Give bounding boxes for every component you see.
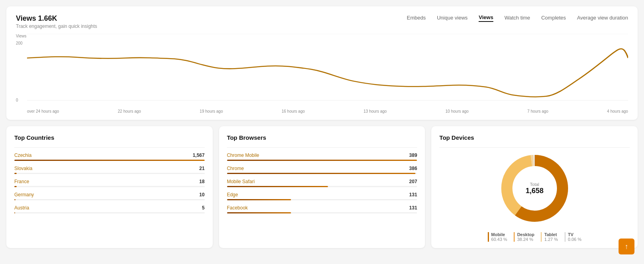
- bar-row: Austria 5: [14, 205, 205, 211]
- donut-wrapper: Total 1,658 Mobile 60.43 % Desktop 38.24…: [439, 153, 630, 242]
- list-item: Austria 5: [14, 205, 205, 213]
- bar-label[interactable]: Edge: [227, 192, 238, 198]
- bar-fill: [227, 160, 417, 161]
- countries-list: Czechia 1,567 Slovakia 21 France 18: [14, 153, 205, 213]
- card-subtitle: Track engagement, gain quick insights: [16, 23, 97, 29]
- bar-track: [227, 212, 417, 213]
- bar-value: 389: [409, 153, 417, 158]
- views-chart: Views 200 0 over 24 hours ago22 hours ag…: [16, 34, 628, 113]
- card-title: Views 1.66K: [16, 14, 97, 23]
- legend-item-desktop: Desktop 38.24 %: [514, 232, 534, 242]
- legend-pct: 0.06 %: [568, 237, 582, 242]
- bar-fill: [14, 199, 16, 200]
- bar-row: France 18: [14, 179, 205, 184]
- top-browsers-title: Top Browsers: [227, 134, 417, 141]
- legend-pct: 1.27 %: [544, 237, 558, 242]
- bar-track: [227, 173, 417, 174]
- bar-label[interactable]: Austria: [14, 205, 29, 211]
- browsers-list: Chrome Mobile 389 Chrome 386 Mobile Safa…: [227, 153, 417, 213]
- bar-value: 21: [199, 166, 204, 171]
- x-label: 22 hours ago: [118, 109, 141, 113]
- donut-chart: Total 1,658: [499, 153, 570, 224]
- bottom-section: Top Countries Czechia 1,567 Slovakia 21 …: [6, 126, 638, 248]
- list-item: Chrome 386: [227, 166, 417, 174]
- nav-tab-unique-views[interactable]: Unique views: [437, 15, 467, 22]
- nav-tab-views[interactable]: Views: [479, 14, 493, 22]
- card-title-section: Views 1.66K Track engagement, gain quick…: [16, 14, 97, 29]
- legend-pct: 60.43 %: [491, 237, 507, 242]
- bar-row: Slovakia 21: [14, 166, 205, 171]
- bar-row: Facebook 131: [227, 205, 417, 211]
- x-axis-labels: over 24 hours ago22 hours ago19 hours ag…: [27, 109, 628, 113]
- bar-fill: [14, 212, 15, 213]
- bar-value: 5: [202, 205, 205, 211]
- card-header: Views 1.66K Track engagement, gain quick…: [16, 14, 628, 29]
- nav-tabs: EmbedsUnique viewsViewsWatch timeComplet…: [407, 14, 628, 22]
- bar-label[interactable]: Mobile Safari: [227, 179, 255, 184]
- bar-track: [14, 199, 205, 200]
- bar-track: [227, 160, 417, 161]
- x-label: 16 hours ago: [281, 109, 305, 113]
- bar-label[interactable]: Germany: [14, 192, 34, 198]
- legend-item-mobile: Mobile 60.43 %: [488, 232, 507, 242]
- bar-track: [14, 173, 205, 174]
- bar-row: Germany 10: [14, 192, 205, 198]
- bar-row: Mobile Safari 207: [227, 179, 417, 184]
- divider: [439, 147, 630, 148]
- chart-svg-wrapper: [27, 34, 628, 102]
- bar-row: Chrome 386: [227, 166, 417, 171]
- legend-name: Mobile: [491, 232, 505, 237]
- bar-value: 10: [199, 192, 204, 198]
- legend-name: Desktop: [517, 232, 534, 237]
- x-label: 19 hours ago: [200, 109, 223, 113]
- bar-fill: [14, 160, 205, 161]
- bar-value: 18: [199, 179, 204, 184]
- x-label: 10 hours ago: [446, 109, 469, 113]
- bar-value: 131: [409, 192, 417, 198]
- bar-label[interactable]: France: [14, 179, 29, 184]
- list-item: Slovakia 21: [14, 166, 205, 174]
- bar-value: 207: [409, 179, 417, 184]
- bar-fill: [227, 173, 416, 174]
- nav-tab-watch-time[interactable]: Watch time: [504, 15, 530, 22]
- y-axis-min: 0: [16, 98, 18, 102]
- bar-track: [14, 212, 205, 213]
- bar-label[interactable]: Czechia: [14, 153, 31, 158]
- bar-fill: [14, 173, 17, 174]
- divider: [14, 147, 205, 148]
- y-axis-max: 200: [16, 41, 23, 45]
- bar-fill: [227, 186, 328, 187]
- bar-row: Czechia 1,567: [14, 153, 205, 158]
- bar-label[interactable]: Slovakia: [14, 166, 32, 171]
- x-label: over 24 hours ago: [27, 109, 59, 113]
- donut-center-value: 1,658: [526, 187, 543, 195]
- views-card: Views 1.66K Track engagement, gain quick…: [6, 6, 638, 120]
- bar-label[interactable]: Facebook: [227, 205, 248, 211]
- y-axis-label: Views: [16, 34, 27, 38]
- top-devices-title: Top Devices: [439, 134, 630, 141]
- bar-label[interactable]: Chrome: [227, 166, 244, 171]
- scroll-top-button[interactable]: ↑: [619, 239, 634, 254]
- bar-track: [14, 186, 205, 187]
- list-item: Mobile Safari 207: [227, 179, 417, 187]
- donut-legend: Mobile 60.43 % Desktop 38.24 % Tablet 1.…: [488, 232, 582, 242]
- x-label: 13 hours ago: [363, 109, 386, 113]
- donut-center-label: Total: [526, 182, 543, 187]
- bar-label[interactable]: Chrome Mobile: [227, 153, 259, 158]
- legend-pct: 38.24 %: [517, 237, 533, 242]
- bar-track: [14, 160, 205, 161]
- legend-name: Tablet: [544, 232, 557, 237]
- list-item: Edge 131: [227, 192, 417, 200]
- nav-tab-embeds[interactable]: Embeds: [407, 15, 426, 22]
- bar-value: 1,567: [193, 153, 205, 158]
- chart-line: [27, 49, 628, 97]
- top-countries-card: Top Countries Czechia 1,567 Slovakia 21 …: [6, 126, 213, 248]
- bar-fill: [227, 199, 291, 200]
- legend-name: TV: [568, 232, 574, 237]
- nav-tab-completes[interactable]: Completes: [541, 15, 566, 22]
- x-label: 7 hours ago: [528, 109, 549, 113]
- nav-tab-average-view-duration[interactable]: Average view duration: [577, 15, 628, 22]
- legend-item-tablet: Tablet 1.27 %: [541, 232, 558, 242]
- top-countries-title: Top Countries: [14, 134, 205, 141]
- list-item: France 18: [14, 179, 205, 187]
